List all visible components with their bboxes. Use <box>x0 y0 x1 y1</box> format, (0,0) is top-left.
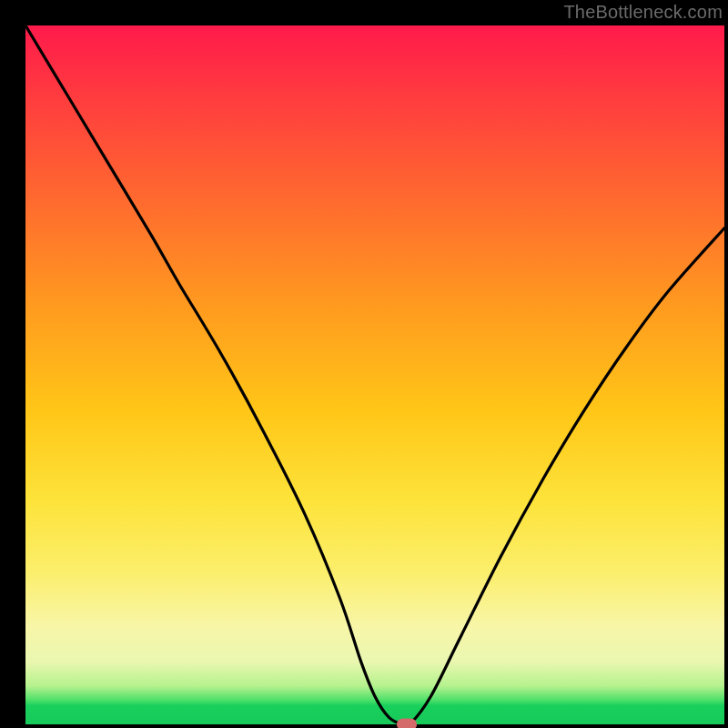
watermark-text: TheBottleneck.com <box>563 2 723 23</box>
plot-area <box>25 25 724 724</box>
bottleneck-curve <box>25 25 724 724</box>
chart-frame: TheBottleneck.com <box>0 0 728 728</box>
minimum-marker <box>397 719 417 729</box>
